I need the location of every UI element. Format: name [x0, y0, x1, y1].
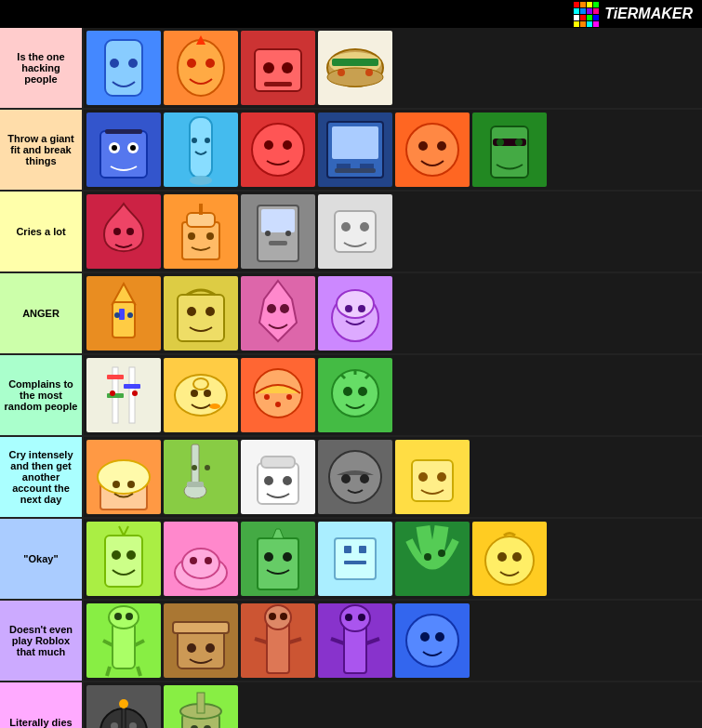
svg-point-117 — [98, 460, 150, 494]
tier-items-cries — [84, 192, 702, 271]
svg-rect-201 — [122, 706, 126, 728]
svg-rect-93 — [124, 384, 140, 389]
tier-item-f2 — [164, 113, 238, 187]
svg-rect-13 — [264, 82, 292, 86]
svg-point-197 — [420, 632, 430, 642]
svg-point-124 — [192, 465, 197, 470]
tier-item-f6 — [472, 113, 547, 187]
tier-item-o3 — [241, 522, 315, 596]
svg-point-18 — [327, 68, 383, 86]
tier-item-ld1 — [86, 685, 161, 728]
svg-point-66 — [285, 231, 291, 236]
svg-point-86 — [337, 290, 374, 318]
svg-rect-157 — [344, 546, 351, 553]
tier-item-d2 — [164, 603, 238, 678]
tier-items-complains — [84, 355, 702, 435]
tier-item-h3 — [241, 31, 315, 105]
svg-point-114 — [358, 387, 367, 396]
svg-point-184 — [269, 613, 276, 620]
svg-point-130 — [283, 476, 292, 485]
tier-item-f1 — [86, 113, 161, 187]
tier-items-intensely — [84, 437, 702, 517]
svg-point-51 — [515, 139, 523, 146]
svg-point-19 — [338, 69, 345, 76]
svg-point-25 — [112, 145, 117, 151]
svg-rect-39 — [332, 126, 378, 159]
svg-point-190 — [340, 605, 370, 631]
svg-point-170 — [114, 613, 122, 620]
tier-rows: Is the one hacking peopleThrow a giant f… — [0, 28, 702, 728]
svg-point-142 — [126, 550, 136, 560]
svg-point-105 — [264, 394, 270, 400]
svg-rect-92 — [107, 375, 124, 379]
tier-label-cries: Cries a lot — [0, 192, 84, 271]
svg-rect-78 — [178, 295, 224, 341]
svg-point-162 — [438, 549, 445, 557]
tier-item-f3 — [241, 113, 315, 187]
svg-point-129 — [264, 476, 273, 485]
svg-point-5 — [178, 40, 224, 96]
svg-rect-42 — [335, 168, 376, 173]
tier-item-cp2 — [164, 358, 238, 432]
svg-point-70 — [360, 222, 369, 232]
svg-point-35 — [264, 140, 273, 150]
svg-point-102 — [209, 404, 220, 409]
tier-item-f4 — [318, 113, 392, 187]
svg-point-113 — [343, 387, 352, 396]
svg-rect-17 — [332, 59, 378, 66]
svg-point-179 — [187, 643, 196, 653]
tier-item-h4 — [318, 31, 392, 105]
tier-item-i1 — [86, 440, 161, 514]
svg-point-191 — [345, 614, 352, 621]
svg-point-148 — [190, 557, 197, 564]
logo-icon — [574, 2, 599, 27]
svg-point-185 — [280, 613, 287, 620]
tier-row-dies: Literally dies — [0, 682, 702, 728]
tier-item-d1 — [86, 603, 161, 678]
svg-point-75 — [114, 312, 120, 318]
svg-rect-57 — [187, 213, 215, 227]
svg-rect-140 — [105, 536, 142, 587]
svg-point-11 — [263, 62, 274, 73]
tier-item-i2 — [164, 440, 238, 514]
svg-rect-151 — [258, 538, 298, 589]
tier-label-doesnt: Doesn't even play Roblox that much — [0, 601, 84, 681]
svg-point-59 — [188, 232, 195, 240]
tier-item-d5 — [395, 603, 470, 678]
svg-rect-48 — [491, 126, 528, 178]
svg-point-119 — [127, 481, 135, 488]
svg-rect-158 — [359, 546, 366, 553]
tier-item-i3 — [241, 440, 315, 514]
tier-label-okay: "Okay" — [0, 519, 84, 599]
svg-rect-128 — [261, 457, 295, 468]
tiermaker-text: TiERMAKER — [604, 6, 693, 22]
svg-point-99 — [193, 378, 208, 390]
svg-point-164 — [485, 536, 534, 585]
svg-point-109 — [332, 370, 378, 417]
svg-point-3 — [128, 59, 138, 68]
tier-item-o1 — [86, 522, 161, 596]
tier-item-c4 — [318, 194, 392, 269]
svg-point-82 — [267, 304, 276, 313]
svg-point-149 — [205, 557, 212, 564]
svg-point-138 — [437, 472, 446, 482]
tier-item-o5 — [395, 522, 470, 596]
tier-items-fit — [84, 110, 702, 190]
svg-point-134 — [360, 474, 369, 483]
svg-rect-156 — [335, 538, 376, 579]
svg-rect-64 — [269, 241, 287, 245]
svg-point-6 — [187, 59, 196, 68]
tier-label-fit: Throw a giant fit and break things — [0, 110, 84, 190]
svg-point-171 — [126, 613, 133, 620]
tier-item-a2 — [164, 276, 238, 351]
tier-label-anger: ANGER — [0, 273, 84, 353]
tier-item-a4 — [318, 276, 392, 351]
tierlist-container: TiERMAKER Is the one hacking peopleThrow… — [0, 0, 702, 728]
svg-point-202 — [119, 699, 128, 708]
tier-row-anger: ANGER — [0, 273, 702, 355]
svg-point-169 — [109, 606, 139, 629]
svg-rect-178 — [173, 622, 229, 633]
tier-items-anger — [84, 273, 702, 353]
svg-point-30 — [190, 176, 212, 185]
svg-rect-120 — [164, 440, 238, 514]
